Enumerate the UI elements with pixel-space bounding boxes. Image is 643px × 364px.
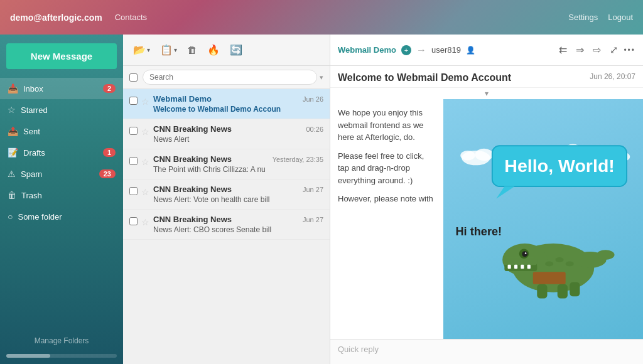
email-star-4[interactable]: ☆ bbox=[141, 217, 149, 227]
sidebar-item-spam[interactable]: ⚠ Spam 23 bbox=[0, 163, 123, 185]
sidebar-item-some-folder[interactable]: ○ Some folder bbox=[0, 206, 123, 227]
sidebar-item-inbox[interactable]: 📥 Inbox 2 bbox=[0, 78, 123, 99]
external-button[interactable]: ⤢ bbox=[607, 41, 621, 58]
settings-link[interactable]: Settings bbox=[568, 13, 598, 22]
svg-rect-27 bbox=[537, 284, 547, 299]
search-bar: ▾ bbox=[123, 66, 330, 89]
email-date-0: Jun 26 bbox=[303, 95, 323, 103]
email-items-list: ☆ Webmail Demo Jun 26 Welcome to Webmail… bbox=[123, 89, 330, 364]
delete-button[interactable]: 🗑 bbox=[183, 42, 201, 58]
email-checkbox-1[interactable] bbox=[129, 127, 138, 135]
arrow-right-icon: → bbox=[416, 45, 426, 56]
archive-button[interactable]: 📋 ▾ bbox=[156, 41, 181, 58]
email-checkbox-3[interactable] bbox=[129, 187, 138, 195]
manage-folders-link[interactable]: Manage Folders bbox=[0, 330, 123, 351]
svg-marker-11 bbox=[496, 186, 514, 198]
email-from-line-3: CNN Breaking News Jun 27 bbox=[153, 185, 323, 194]
body-paragraph-1: Please feel free to click, tap and drag-… bbox=[338, 150, 436, 187]
contacts-link[interactable]: Contacts bbox=[115, 13, 147, 22]
view-toolbar-icons: ⇇ ⇒ ⇨ ⤢ ••• bbox=[556, 41, 635, 58]
email-date-1: 00:26 bbox=[306, 126, 323, 133]
email-from-3: CNN Breaking News bbox=[153, 185, 232, 194]
sidebar-label-trash: Trash bbox=[21, 191, 116, 200]
svg-point-1 bbox=[475, 149, 494, 161]
email-view-from: Webmail Demo bbox=[338, 45, 396, 55]
email-item-1[interactable]: ☆ CNN Breaking News 00:26 News Alert bbox=[123, 119, 330, 149]
inbox-badge: 2 bbox=[103, 84, 116, 93]
email-date-3: Jun 27 bbox=[303, 186, 323, 193]
new-message-button[interactable]: New Message bbox=[6, 43, 117, 69]
add-sender-button[interactable]: + bbox=[401, 45, 411, 55]
svg-point-24 bbox=[525, 252, 527, 254]
reply-all-button[interactable]: ⇇ bbox=[556, 41, 570, 58]
archive-caret-icon: ▾ bbox=[174, 46, 177, 53]
logout-link[interactable]: Logout bbox=[608, 13, 633, 22]
email-content-2: CNN Breaking News Yesterday, 23:35 The P… bbox=[153, 154, 323, 174]
sidebar: New Message 📥 Inbox 2 ☆ Starred 📤 Sent 📝… bbox=[0, 35, 123, 364]
email-item-0[interactable]: ☆ Webmail Demo Jun 26 Welcome to Webmail… bbox=[123, 89, 330, 119]
email-item-3[interactable]: ☆ CNN Breaking News Jun 27 News Alert: V… bbox=[123, 179, 330, 210]
sidebar-label-some-folder: Some folder bbox=[18, 212, 116, 222]
svg-text:Hello, World!: Hello, World! bbox=[504, 156, 615, 176]
svg-rect-29 bbox=[570, 282, 580, 297]
email-star-3[interactable]: ☆ bbox=[141, 187, 149, 197]
quick-reply-area[interactable]: Quick reply bbox=[330, 339, 643, 364]
archive-icon: 📋 bbox=[160, 44, 173, 56]
email-toolbar: 📂 ▾ 📋 ▾ 🗑 🔥 🔄 bbox=[123, 35, 330, 66]
svg-point-23 bbox=[522, 251, 527, 257]
email-content-1: CNN Breaking News 00:26 News Alert bbox=[153, 124, 323, 144]
person-icon: 👤 bbox=[466, 46, 475, 55]
email-item-2[interactable]: ☆ CNN Breaking News Yesterday, 23:35 The… bbox=[123, 149, 330, 179]
svg-rect-28 bbox=[558, 284, 568, 299]
sidebar-item-starred[interactable]: ☆ Starred bbox=[0, 99, 123, 120]
drafts-badge: 1 bbox=[103, 148, 116, 157]
main-layout: New Message 📥 Inbox 2 ☆ Starred 📤 Sent 📝… bbox=[0, 35, 643, 364]
more-options-button[interactable]: ••• bbox=[624, 46, 635, 55]
email-subject-bar: Welcome to Webmail Demo Account Jun 26, … bbox=[330, 66, 643, 88]
email-item-4[interactable]: ☆ CNN Breaking News Jun 27 News Alert: C… bbox=[123, 210, 330, 240]
trash-icon: 🗑 bbox=[8, 190, 16, 200]
search-caret-icon[interactable]: ▾ bbox=[320, 73, 323, 82]
email-illustration: Hello, World! Hi there! bbox=[443, 99, 643, 339]
header: demo@afterlogic.com Contacts Settings Lo… bbox=[0, 0, 643, 35]
spam-icon: ⚠ bbox=[8, 169, 16, 179]
inbox-icon: 📥 bbox=[8, 83, 18, 94]
email-star-0[interactable]: ☆ bbox=[141, 97, 149, 107]
sidebar-item-drafts[interactable]: 📝 Drafts 1 bbox=[0, 142, 123, 163]
sidebar-item-trash[interactable]: 🗑 Trash bbox=[0, 185, 123, 206]
sidebar-label-drafts: Drafts bbox=[23, 148, 98, 158]
sidebar-scrollbar-thumb bbox=[6, 354, 50, 358]
email-content-4: CNN Breaking News Jun 27 News Alert: CBO… bbox=[153, 215, 323, 234]
email-from-2: CNN Breaking News bbox=[153, 154, 232, 164]
email-checkbox-2[interactable] bbox=[129, 157, 138, 165]
refresh-icon: 🔄 bbox=[230, 44, 242, 56]
email-view-panel: Webmail Demo + → user819 👤 ⇇ ⇒ ⇨ ⤢ ••• W… bbox=[330, 35, 643, 364]
email-star-1[interactable]: ☆ bbox=[141, 127, 149, 137]
email-view-to: user819 bbox=[431, 45, 461, 55]
refresh-button[interactable]: 🔄 bbox=[226, 41, 246, 58]
expand-headers-button[interactable]: ▾ bbox=[330, 88, 643, 99]
move-caret-icon: ▾ bbox=[147, 46, 150, 53]
sidebar-scrollbar[interactable] bbox=[6, 354, 117, 358]
reply-button[interactable]: ⇒ bbox=[573, 41, 587, 58]
email-checkbox-4[interactable] bbox=[129, 217, 138, 225]
move-button[interactable]: 📂 ▾ bbox=[129, 41, 154, 58]
email-star-2[interactable]: ☆ bbox=[141, 157, 149, 167]
sidebar-label-starred: Starred bbox=[21, 105, 116, 115]
starred-icon: ☆ bbox=[8, 105, 16, 115]
email-content-0: Webmail Demo Jun 26 Welcome to Webmail D… bbox=[153, 94, 323, 114]
search-input[interactable] bbox=[143, 70, 317, 85]
select-all-checkbox[interactable] bbox=[129, 73, 138, 82]
spam-badge: 23 bbox=[99, 169, 116, 178]
flame-button[interactable]: 🔥 bbox=[203, 41, 224, 58]
email-body-container: We hope you enjoy this webmail frontend … bbox=[330, 99, 643, 339]
email-checkbox-0[interactable] bbox=[129, 97, 138, 105]
email-subject-3: News Alert: Vote on health care bill bbox=[153, 195, 323, 204]
email-subject-2: The Point with Chris Cillizza: A nu bbox=[153, 165, 323, 174]
quick-reply-placeholder: Quick reply bbox=[338, 345, 379, 354]
sidebar-item-sent[interactable]: 📤 Sent bbox=[0, 120, 123, 142]
header-left: demo@afterlogic.com Contacts bbox=[10, 13, 147, 23]
forward-button[interactable]: ⇨ bbox=[590, 41, 604, 58]
header-email: demo@afterlogic.com bbox=[10, 13, 102, 23]
sidebar-label-spam: Spam bbox=[21, 169, 94, 179]
